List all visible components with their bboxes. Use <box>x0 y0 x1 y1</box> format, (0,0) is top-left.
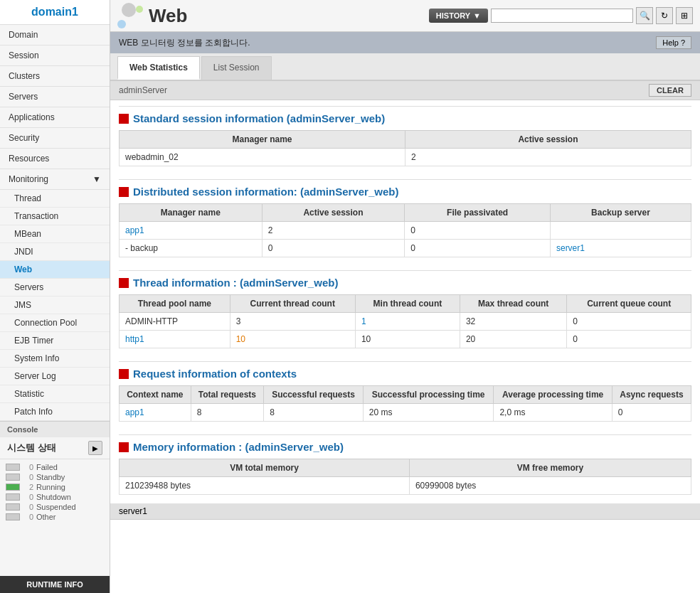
thread-info-table: Thread pool name Current thread count Mi… <box>119 294 691 348</box>
col-header-active-session: Active session <box>405 131 691 149</box>
col-total-req: Total requests <box>191 386 264 404</box>
flag-icon-2 <box>119 187 129 197</box>
status-row-shutdown: 0 Shutdown <box>6 493 104 501</box>
status-row-failed: 0 Failed <box>6 463 104 471</box>
sidebar-sub-serverlog[interactable]: Server Log <box>0 368 110 385</box>
sidebar-sub-ejbtimer[interactable]: EJB Timer <box>0 332 110 350</box>
sidebar-sub-mbean[interactable]: MBean <box>0 225 110 243</box>
sidebar-item-security[interactable]: Security <box>0 128 110 149</box>
flag-icon-5 <box>119 442 129 452</box>
page-title: Web <box>149 5 187 27</box>
refresh-icon-btn[interactable]: ↻ <box>656 7 673 24</box>
thread-current-1[interactable]: 10 <box>230 331 355 348</box>
manager-name-cell: webadmin_02 <box>120 149 405 166</box>
topbar: Web HISTORY ▼ 🔍 ↻ ⊞ <box>110 0 700 32</box>
table-row: http1 10 10 20 0 <box>120 331 691 348</box>
sidebar-item-monitoring[interactable]: Monitoring ▼ <box>0 169 110 190</box>
thread-pool-1[interactable]: http1 <box>120 331 230 348</box>
flag-icon-3 <box>119 278 129 288</box>
infobar-text: WEB 모니터링 정보를 조회합니다. <box>119 37 250 49</box>
sidebar: domain1 Domain Session Clusters Servers … <box>0 0 110 593</box>
col-manager: Manager name <box>120 204 262 222</box>
dist-backup-1[interactable]: server1 <box>550 240 691 257</box>
col-current-count: Current thread count <box>230 295 355 313</box>
col-backup: Backup server <box>550 204 691 222</box>
sidebar-sub-jms[interactable]: JMS <box>0 296 110 314</box>
search-input[interactable] <box>491 9 633 23</box>
sidebar-sub-sysinfo[interactable]: System Info <box>0 350 110 368</box>
sidebar-sub-patchinfo[interactable]: Patch Info <box>0 403 110 421</box>
req-context-0[interactable]: app1 <box>120 404 191 422</box>
tabbar: Web Statistics List Session <box>110 53 700 81</box>
search-icon-btn[interactable]: 🔍 <box>636 7 653 24</box>
distributed-session-section: Distributed session information: (adminS… <box>110 173 700 263</box>
req-async-0: 0 <box>612 404 691 422</box>
sidebar-item-clusters[interactable]: Clusters <box>0 66 110 87</box>
memory-info-table: VM total memory VM free memory 210239488… <box>119 459 691 495</box>
server-name-label: adminServer <box>119 85 167 95</box>
table-row: webadmin_02 2 <box>120 149 691 166</box>
system-status-title: 시스템 상태 <box>7 442 88 454</box>
main-panel: Web HISTORY ▼ 🔍 ↻ ⊞ WEB 모니터링 정보를 조회합니다. … <box>110 0 700 593</box>
status-indicator-shutdown <box>6 493 20 501</box>
dist-passivated-1: 0 <box>405 240 551 257</box>
sidebar-item-applications[interactable]: Applications <box>0 107 110 128</box>
flag-icon <box>119 114 129 124</box>
mem-free-0: 60999008 bytes <box>409 477 691 495</box>
sidebar-item-servers[interactable]: Servers <box>0 87 110 107</box>
req-total-0: 8 <box>191 404 264 422</box>
thread-info-section: Thread information : (adminServer_web) T… <box>110 265 700 354</box>
standard-session-table: Manager name Active session webadmin_02 … <box>119 130 691 166</box>
status-indicator-other <box>6 513 20 520</box>
sidebar-sub-servers2[interactable]: Servers <box>0 279 110 296</box>
sidebar-sub-statistic[interactable]: Statistic <box>0 385 110 403</box>
clear-button[interactable]: CLEAR <box>649 84 691 97</box>
col-vm-total: VM total memory <box>120 459 410 477</box>
tab-list-session[interactable]: List Session <box>201 56 272 80</box>
col-passivated: File passivated <box>405 204 551 222</box>
sidebar-sub-thread[interactable]: Thread <box>0 190 110 208</box>
status-row-running: 2 Running <box>6 483 104 491</box>
status-indicator-running <box>6 484 20 491</box>
thread-min-0[interactable]: 1 <box>355 313 460 331</box>
sidebar-item-session[interactable]: Session <box>0 46 110 66</box>
system-status-toggle-btn[interactable]: ▶ <box>88 441 102 455</box>
standard-session-title: Standard session information (adminServe… <box>119 106 691 124</box>
dist-manager-0[interactable]: app1 <box>120 222 262 240</box>
col-vm-free: VM free memory <box>409 459 691 477</box>
col-async: Async requests <box>612 386 691 404</box>
sidebar-sub-web[interactable]: Web <box>0 261 110 279</box>
status-indicator-standby <box>6 474 20 481</box>
sidebar-sub-jndi[interactable]: JNDI <box>0 243 110 261</box>
col-active: Active session <box>262 204 405 222</box>
sidebar-item-domain[interactable]: Domain <box>0 25 110 46</box>
col-avg-time: Average processing time <box>494 386 612 404</box>
col-header-manager: Manager name <box>120 131 405 149</box>
table-row: app1 2 0 <box>120 222 691 240</box>
chevron-down-icon: ▼ <box>473 11 481 20</box>
req-succ-time-0: 20 ms <box>363 404 494 422</box>
sidebar-item-resources[interactable]: Resources <box>0 149 110 169</box>
history-button[interactable]: HISTORY ▼ <box>429 9 488 23</box>
sidebar-sub-transaction[interactable]: Transaction <box>0 208 110 225</box>
req-succ-0: 8 <box>264 404 364 422</box>
table-row: - backup 0 0 server1 <box>120 240 691 257</box>
thread-max-0: 32 <box>460 313 566 331</box>
mem-total-0: 210239488 bytes <box>120 477 410 495</box>
active-session-cell: 2 <box>405 149 691 166</box>
col-queue-count: Current queue count <box>567 295 691 313</box>
topbar-right: HISTORY ▼ 🔍 ↻ ⊞ <box>429 7 693 24</box>
thread-queue-1: 0 <box>567 331 691 348</box>
web-icon <box>117 3 143 28</box>
req-avg-time-0: 2,0 ms <box>494 404 612 422</box>
sidebar-sub-connpool[interactable]: Connection Pool <box>0 314 110 332</box>
flag-icon-4 <box>119 369 129 379</box>
help-button[interactable]: Help ? <box>656 36 691 49</box>
col-succ-req: Successful requests <box>264 386 364 404</box>
server1-label: server1 <box>119 506 147 516</box>
runtime-info-button[interactable]: RUNTIME INFO <box>0 576 110 593</box>
col-pool-name: Thread pool name <box>120 295 230 313</box>
tab-web-statistics[interactable]: Web Statistics <box>117 56 200 80</box>
export-icon-btn[interactable]: ⊞ <box>676 7 693 24</box>
col-min-count: Min thread count <box>355 295 460 313</box>
